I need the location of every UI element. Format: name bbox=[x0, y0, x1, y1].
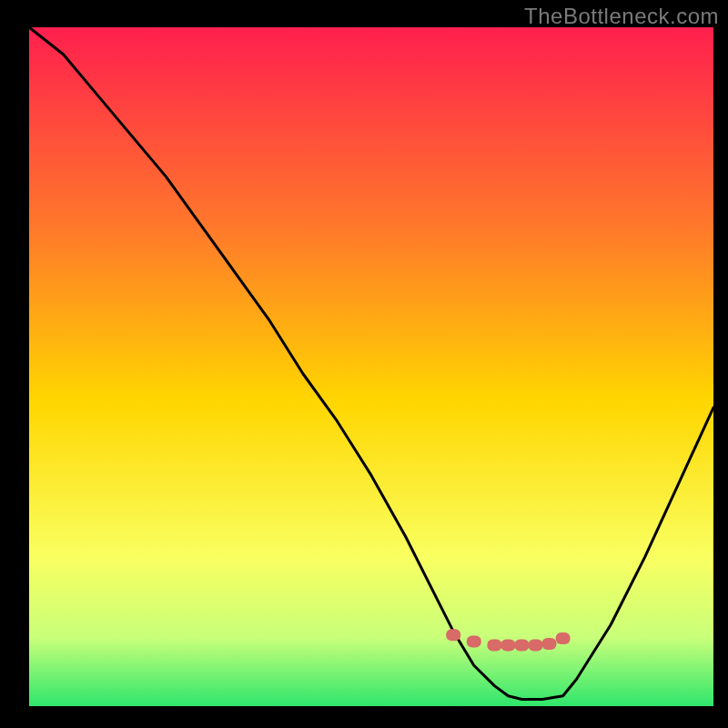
optimal-marker bbox=[500, 639, 515, 651]
optimal-marker bbox=[467, 636, 481, 648]
optimal-marker bbox=[542, 638, 557, 650]
optimal-marker bbox=[446, 629, 460, 641]
chart-frame: TheBottleneck.com bbox=[0, 0, 728, 728]
optimal-marker bbox=[529, 639, 543, 651]
bottleneck-chart bbox=[0, 0, 728, 728]
optimal-marker bbox=[514, 639, 529, 651]
plot-background bbox=[29, 27, 713, 706]
optimal-marker bbox=[556, 632, 571, 644]
optimal-marker bbox=[487, 639, 501, 651]
